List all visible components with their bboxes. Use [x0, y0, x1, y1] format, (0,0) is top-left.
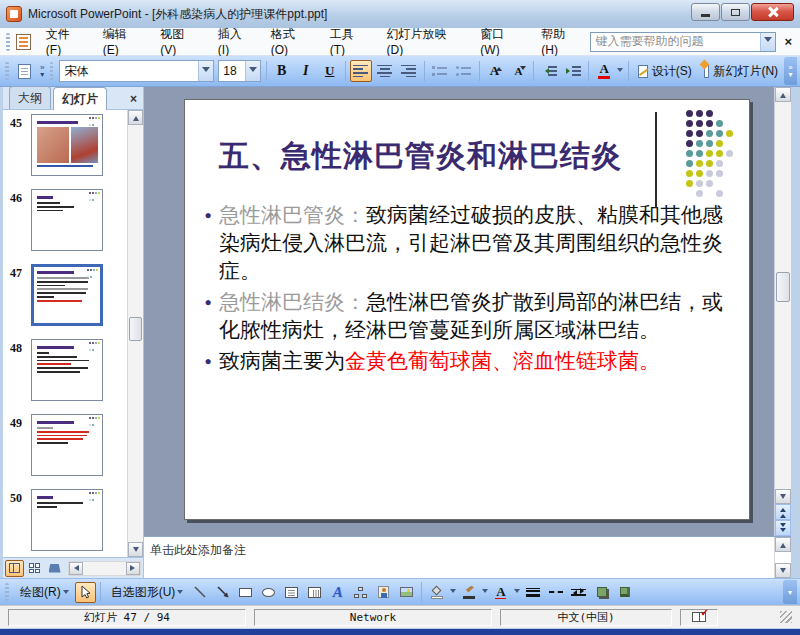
- diagram-button[interactable]: [350, 582, 371, 603]
- slide-canvas[interactable]: 五、急性淋巴管炎和淋巴结炎 ● 急性淋巴管炎：致病菌经过破损的皮肤、粘膜和其他感…: [184, 99, 750, 520]
- help-search-box[interactable]: 键入需要帮助的问题: [590, 32, 776, 52]
- scroll-down-button[interactable]: [775, 489, 791, 504]
- thumbnail-slide[interactable]: [31, 114, 103, 176]
- notes-placeholder[interactable]: 单击此处添加备注: [144, 537, 774, 578]
- font-name-combobox[interactable]: 宋体: [59, 60, 214, 82]
- scroll-down-button[interactable]: [128, 542, 143, 557]
- thumbnail-slide[interactable]: [31, 189, 103, 251]
- align-right-button[interactable]: [398, 60, 420, 82]
- thumbnail-slide[interactable]: [31, 489, 103, 551]
- thumbnails-scrollbar[interactable]: [127, 110, 143, 557]
- fill-color-dropdown[interactable]: [448, 581, 457, 603]
- dash-style-button[interactable]: [545, 582, 566, 603]
- increase-font-size-button[interactable]: A: [483, 60, 505, 82]
- bold-button[interactable]: B: [271, 60, 293, 82]
- scroll-track[interactable]: [775, 102, 791, 489]
- new-file-button[interactable]: [14, 60, 36, 82]
- line-button[interactable]: [189, 582, 210, 603]
- bulleted-list-button[interactable]: [453, 60, 475, 82]
- vertical-text-box-button[interactable]: [304, 582, 325, 603]
- line-color-dropdown[interactable]: [480, 581, 489, 603]
- slide-thumbnail[interactable]: 50: [3, 489, 127, 557]
- slide-thumbnail[interactable]: 46: [3, 189, 127, 264]
- decrease-indent-button[interactable]: [538, 60, 560, 82]
- editor-scrollbar[interactable]: [774, 87, 791, 536]
- language-indicator[interactable]: 中文(中国): [500, 609, 672, 626]
- font-size-dropdown[interactable]: [245, 61, 260, 81]
- align-center-button[interactable]: [374, 60, 396, 82]
- italic-button[interactable]: I: [295, 60, 317, 82]
- horizontal-scrollbar[interactable]: [68, 561, 141, 576]
- toolbar-options-button[interactable]: » ▾: [37, 58, 48, 84]
- slide-sorter-view-button[interactable]: [25, 560, 44, 577]
- toolbar-overflow-button[interactable]: ▾: [783, 580, 797, 604]
- pane-close-button[interactable]: ×: [126, 92, 141, 106]
- thumbnail-slide[interactable]: [31, 414, 103, 476]
- slide-thumbnail[interactable]: 45: [3, 114, 127, 189]
- increase-indent-button[interactable]: [562, 60, 584, 82]
- toolbar-overflow-button[interactable]: » ▾: [784, 57, 797, 85]
- 3d-style-button[interactable]: [614, 582, 635, 603]
- underline-button[interactable]: U: [319, 60, 341, 82]
- minimize-button[interactable]: [691, 3, 720, 21]
- close-button[interactable]: [751, 3, 794, 21]
- font-color-dropdown[interactable]: [616, 60, 624, 82]
- font-color-button[interactable]: A: [593, 60, 615, 82]
- draw-menu-button[interactable]: 绘图(R): [14, 582, 73, 603]
- resize-grip[interactable]: [780, 611, 792, 623]
- slide-thumbnail[interactable]: 49: [3, 414, 127, 489]
- next-slide-button[interactable]: [775, 520, 791, 536]
- autoshapes-menu-button[interactable]: 自选图形(U): [105, 582, 188, 603]
- normal-view-button[interactable]: [5, 560, 24, 577]
- insert-picture-button[interactable]: [396, 582, 417, 603]
- rectangle-button[interactable]: [235, 582, 256, 603]
- fill-color-button[interactable]: [426, 582, 447, 603]
- maximize-button[interactable]: [721, 3, 750, 21]
- slideshow-view-button[interactable]: [45, 560, 64, 577]
- font-color-button[interactable]: A: [490, 582, 511, 603]
- tab-outline[interactable]: 大纲: [9, 86, 51, 109]
- scroll-thumb[interactable]: [776, 272, 790, 302]
- numbered-list-button[interactable]: [429, 60, 451, 82]
- scroll-track[interactable]: [128, 125, 143, 542]
- spelling-status[interactable]: ✓: [680, 609, 718, 626]
- select-objects-button[interactable]: [75, 582, 96, 603]
- new-slide-button[interactable]: 新幻灯片(N): [699, 60, 783, 82]
- decrease-font-size-button[interactable]: A: [507, 60, 529, 82]
- slide-editor-area[interactable]: 五、急性淋巴管炎和淋巴结炎 ● 急性淋巴管炎：致病菌经过破损的皮肤、粘膜和其他感…: [144, 87, 774, 536]
- previous-slide-button[interactable]: [775, 504, 791, 520]
- align-left-button[interactable]: [350, 60, 372, 82]
- shadow-style-button[interactable]: [591, 582, 612, 603]
- slide-design-button[interactable]: 设计(S): [633, 60, 697, 82]
- clip-art-button[interactable]: [373, 582, 394, 603]
- font-size-combobox[interactable]: 18: [218, 60, 261, 82]
- text-box-button[interactable]: [281, 582, 302, 603]
- slide-body-text[interactable]: ● 急性淋巴管炎：致病菌经过破损的皮肤、粘膜和其他感染病灶侵入淋巴流，引起淋巴管…: [197, 201, 723, 375]
- thumbnail-slide[interactable]: [31, 339, 103, 401]
- arrow-button[interactable]: [212, 582, 233, 603]
- arrow-style-button[interactable]: [568, 582, 589, 603]
- scroll-up-button[interactable]: [775, 87, 791, 102]
- tab-slides[interactable]: 幻灯片: [53, 87, 107, 110]
- document-close-button[interactable]: ×: [784, 34, 792, 49]
- thumbnail-slide-selected[interactable]: [31, 264, 103, 326]
- slide-thumbnail[interactable]: 48: [3, 339, 127, 414]
- scroll-thumb[interactable]: [129, 317, 142, 341]
- scroll-up-button[interactable]: [775, 537, 791, 552]
- toolbar-grip[interactable]: [50, 62, 54, 80]
- scroll-up-button[interactable]: [128, 110, 143, 125]
- font-name-dropdown[interactable]: [198, 61, 213, 81]
- toolbar-grip[interactable]: [6, 33, 10, 51]
- scroll-left-button[interactable]: [69, 562, 83, 575]
- scroll-down-button[interactable]: [775, 563, 791, 578]
- document-icon[interactable]: [16, 34, 31, 50]
- toolbar-grip[interactable]: [5, 62, 9, 80]
- scroll-right-button[interactable]: [126, 562, 140, 575]
- oval-button[interactable]: [258, 582, 279, 603]
- toolbar-grip[interactable]: [5, 583, 9, 601]
- notes-scrollbar[interactable]: [774, 537, 791, 578]
- line-color-button[interactable]: [458, 582, 479, 603]
- font-color-dropdown[interactable]: [512, 581, 521, 603]
- line-style-button[interactable]: [522, 582, 543, 603]
- slide-thumbnail[interactable]: 47: [3, 264, 127, 339]
